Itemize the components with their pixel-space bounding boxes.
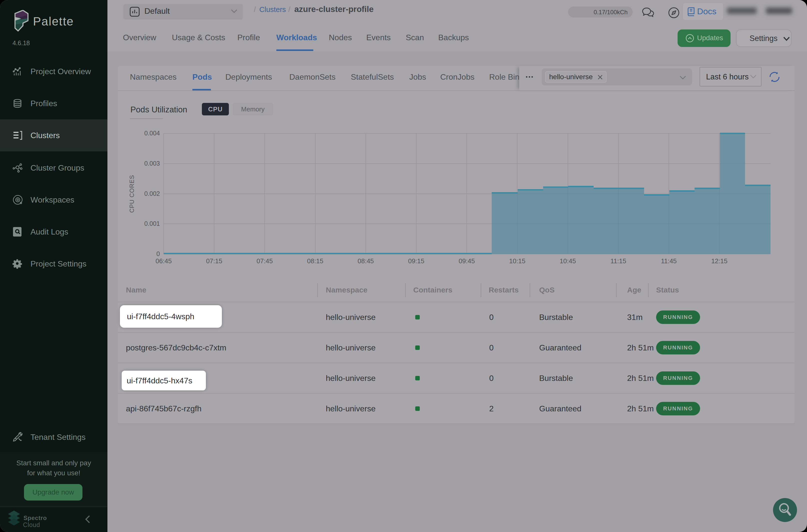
svg-text:10:15: 10:15 [509, 257, 525, 265]
svg-text:0.002: 0.002 [144, 190, 160, 197]
svg-text:CPU CORES: CPU CORES [128, 175, 135, 213]
svg-text:10:45: 10:45 [560, 257, 576, 265]
svg-text:07:15: 07:15 [206, 257, 222, 265]
svg-text:09:45: 09:45 [459, 257, 475, 265]
svg-text:08:45: 08:45 [358, 257, 374, 265]
svg-text:11:15: 11:15 [611, 257, 626, 265]
svg-text:12:15: 12:15 [711, 257, 728, 265]
svg-text:07:45: 07:45 [257, 257, 273, 265]
svg-text:0.003: 0.003 [144, 160, 160, 167]
svg-text:08:15: 08:15 [307, 257, 323, 265]
svg-text:09:15: 09:15 [408, 257, 424, 265]
svg-text:11:45: 11:45 [661, 257, 677, 265]
svg-text:0.001: 0.001 [144, 220, 160, 227]
svg-text:0: 0 [156, 250, 160, 257]
svg-text:0.004: 0.004 [144, 130, 160, 137]
svg-text:06:45: 06:45 [155, 257, 172, 265]
